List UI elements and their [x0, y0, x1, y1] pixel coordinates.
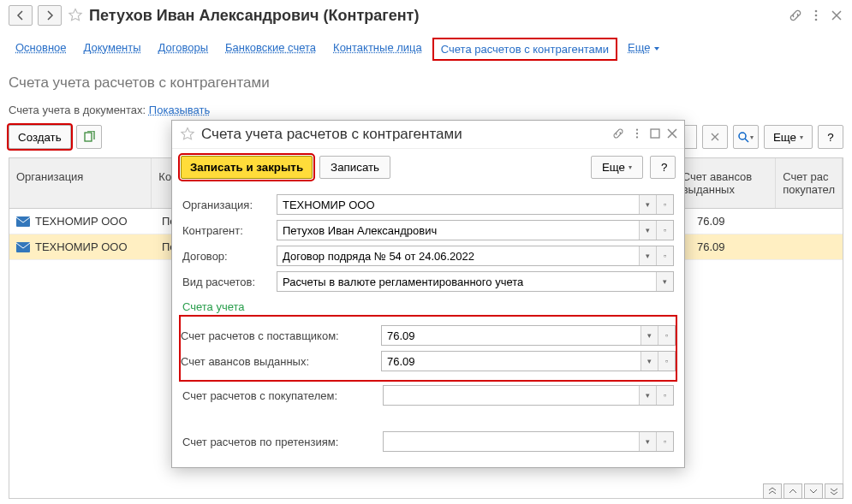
open-ref-icon[interactable]: ▫	[656, 195, 673, 214]
buyer-account-input[interactable]	[384, 386, 639, 405]
tab-settlement-accounts[interactable]: Счета расчетов с контрагентами	[432, 38, 617, 61]
label-advance-issued-account: Счет авансов выданных:	[181, 355, 376, 368]
dialog-header: Счета учета расчетов с контрагентами	[172, 121, 684, 149]
svg-point-2	[815, 19, 818, 21]
svg-rect-5	[16, 216, 30, 227]
supplier-account-field[interactable]: ▾ ▫	[381, 325, 676, 346]
dropdown-icon[interactable]: ▾	[656, 272, 673, 291]
label-buyer-account: Счет расчетов с покупателем:	[182, 389, 378, 402]
svg-rect-3	[85, 133, 92, 141]
dialog-favorite-star-icon[interactable]	[179, 126, 196, 143]
cell-org: ТЕХНОМИР ООО	[35, 215, 128, 228]
dialog-close-icon[interactable]	[667, 128, 677, 141]
th-organization[interactable]: Организация	[9, 158, 152, 208]
dropdown-icon[interactable]: ▾	[639, 246, 656, 265]
section-heading: Счета учета расчетов с контрагентами	[0, 68, 852, 98]
tab-bank-accounts[interactable]: Банковские счета	[218, 38, 323, 61]
copy-button[interactable]	[76, 125, 102, 149]
show-accounts-link[interactable]: Показывать	[149, 104, 210, 116]
cell-adv: 76.09	[690, 240, 793, 253]
scroll-top-button[interactable]	[763, 483, 782, 499]
calc-type-field[interactable]: ▾	[277, 271, 674, 292]
window-header: Петухов Иван Александрович (Контрагент)	[0, 0, 852, 31]
dropdown-icon[interactable]: ▾	[639, 432, 656, 451]
contract-field[interactable]: ▾ ▫	[277, 246, 674, 266]
label-counterparty: Контрагент:	[182, 224, 271, 237]
dropdown-icon[interactable]: ▾	[640, 352, 658, 371]
scroll-down-button[interactable]	[804, 483, 823, 499]
scroll-bottom-button[interactable]	[825, 483, 843, 499]
svg-rect-10	[651, 129, 659, 138]
page-title: Петухов Иван Александрович (Контрагент)	[89, 7, 783, 25]
save-and-close-button[interactable]: Записать и закрыть	[181, 156, 313, 179]
advance-issued-account-field[interactable]: ▾ ▫	[381, 351, 676, 371]
nav-forward-button[interactable]	[38, 5, 62, 26]
organization-field[interactable]: ▾ ▫	[277, 194, 674, 215]
open-ref-icon[interactable]: ▫	[658, 326, 675, 345]
open-ref-icon[interactable]: ▫	[658, 352, 675, 371]
tab-more[interactable]: Еще	[621, 38, 665, 61]
svg-point-8	[636, 132, 638, 133]
dropdown-icon[interactable]: ▾	[639, 195, 656, 214]
calc-type-input[interactable]	[277, 272, 656, 291]
buyer-account-field[interactable]: ▾ ▫	[383, 385, 674, 406]
dialog-body: Организация: ▾ ▫ Контрагент: ▾ ▫ Договор…	[172, 186, 684, 467]
save-button[interactable]: Записать	[319, 156, 390, 179]
open-ref-icon[interactable]: ▫	[656, 221, 673, 240]
contract-input[interactable]	[277, 246, 639, 265]
svg-point-1	[815, 15, 818, 17]
dialog-kebab-icon[interactable]	[631, 127, 643, 142]
organization-input[interactable]	[277, 195, 639, 214]
dropdown-icon[interactable]: ▾	[640, 326, 658, 345]
dropdown-icon[interactable]: ▾	[639, 221, 656, 240]
account-dialog: Счета учета расчетов с контрагентами Зап…	[171, 120, 685, 468]
claims-account-input[interactable]	[384, 432, 639, 451]
label-organization: Организация:	[182, 199, 271, 211]
tab-documents[interactable]: Документы	[77, 38, 148, 61]
th-buyer-account[interactable]: Счет рас покупател	[776, 158, 843, 208]
favorite-star-icon[interactable]	[67, 7, 84, 24]
svg-point-7	[636, 128, 638, 130]
dropdown-icon[interactable]: ▾	[639, 386, 656, 405]
tab-contracts[interactable]: Договоры	[152, 38, 215, 61]
dialog-maximize-icon[interactable]	[650, 128, 660, 141]
open-ref-icon[interactable]: ▫	[656, 246, 673, 265]
supplier-account-input[interactable]	[382, 326, 640, 345]
tab-main[interactable]: Основное	[9, 38, 74, 61]
open-ref-icon[interactable]: ▫	[656, 432, 673, 451]
kebab-menu-icon[interactable]	[809, 9, 823, 22]
svg-point-9	[636, 136, 638, 138]
tab-contacts[interactable]: Контактные лица	[326, 38, 429, 61]
svg-point-0	[815, 10, 818, 13]
show-accounts-row: Счета учета в документах: Показывать	[0, 98, 852, 122]
scroll-up-button[interactable]	[783, 483, 802, 499]
th-advance-issued[interactable]: Счет авансов выданных	[676, 158, 777, 208]
claims-account-field[interactable]: ▾ ▫	[383, 431, 674, 452]
row-marker-icon	[16, 216, 30, 227]
help-button[interactable]: ?	[818, 125, 843, 149]
link-icon[interactable]	[789, 9, 802, 22]
row-marker-icon	[16, 242, 30, 252]
dialog-link-icon[interactable]	[612, 127, 624, 142]
nav-back-button[interactable]	[9, 5, 33, 26]
search-button[interactable]: ▾	[733, 125, 759, 149]
cell-adv: 76.09	[690, 215, 793, 228]
show-accounts-label: Счета учета в документах:	[9, 104, 146, 116]
dialog-help-button[interactable]: ?	[650, 156, 676, 179]
section-accounts-label: Счета учета	[182, 300, 674, 313]
label-calc-type: Вид расчетов:	[182, 276, 271, 288]
counterparty-input[interactable]	[277, 221, 639, 240]
label-claims-account: Счет расчетов по претензиям:	[182, 436, 378, 448]
label-supplier-account: Счет расчетов с поставщиком:	[181, 329, 376, 342]
svg-point-4	[739, 133, 746, 139]
advance-issued-input[interactable]	[382, 352, 640, 371]
clear-search-button[interactable]	[702, 125, 728, 149]
counterparty-field[interactable]: ▾ ▫	[277, 220, 674, 240]
close-icon[interactable]	[830, 9, 843, 22]
open-ref-icon[interactable]: ▫	[656, 386, 673, 405]
create-button[interactable]: Создать	[9, 125, 71, 149]
tab-bar: Основное Документы Договоры Банковские с…	[0, 38, 852, 68]
dialog-more-button[interactable]: Еще▾	[591, 156, 643, 179]
more-button[interactable]: Еще▾	[764, 125, 813, 149]
svg-rect-6	[16, 242, 30, 252]
